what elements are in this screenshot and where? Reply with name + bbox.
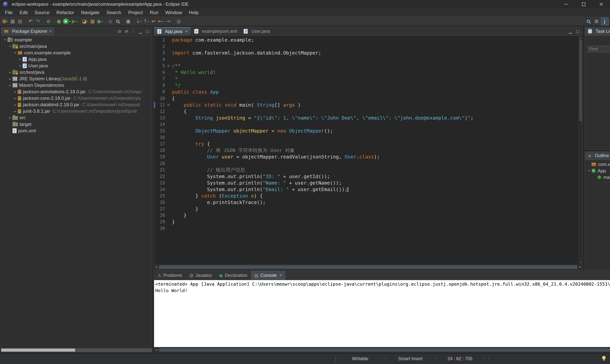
tree-item-user-java[interactable]: ▸JUser.java [1,63,152,69]
editor-vscrollbar[interactable]: ▲ ▼ [578,36,582,264]
console-output-area[interactable]: <terminated> App [Java Application] C:\U… [154,280,610,347]
outline-tree[interactable]: com.example.example▾Appmain(String[]) : … [585,160,610,269]
tree-item-src[interactable]: ▸src [1,114,152,121]
redo-button[interactable]: ↷ [34,18,41,25]
close-tab-icon[interactable]: × [280,273,282,278]
tree-item-example[interactable]: ▾example [1,37,152,43]
menu-navigate[interactable]: Navigate [78,9,103,17]
collapse-all-button[interactable]: ⊟ [116,28,123,35]
save-all-button[interactable]: ▦ [16,18,24,25]
tree-item-app-java[interactable]: ▸JApp.java [1,56,152,63]
minimize-window-button[interactable] [557,0,575,9]
expanded-arrow-icon[interactable]: ▾ [13,51,17,54]
task-list-view-tab[interactable]: Task List × [585,27,610,36]
open-perspective-button[interactable]: ⊞ [593,18,600,25]
java-perspective-button[interactable]: J [601,18,609,25]
tree-item-src-main-java[interactable]: ▾src/main/java [1,43,152,50]
tree-item-pom-xml[interactable]: xpom.xml [1,128,152,134]
new-java-project-button[interactable]: ◪▾ [81,18,89,25]
scroll-left-icon[interactable]: ◀ [155,347,157,352]
new-button[interactable]: ⊞▾ [1,18,9,25]
tree-item-jackson-databind-2-18-0-jar[interactable]: ▸jackson-databind-2.18.0.jar - C:\Users\… [1,102,152,108]
menu-run[interactable]: Run [146,9,162,17]
next-annotation-button[interactable]: ↓▾ [135,18,143,25]
menu-refactor[interactable]: Refactor [53,9,78,17]
expanded-arrow-icon[interactable]: ▾ [8,44,13,48]
collapsed-arrow-icon[interactable]: ▸ [18,64,23,67]
run-button[interactable]: ▶▾ [63,18,71,25]
tree-item-jackson-annotations-2-18-0-jar[interactable]: ▸jackson-annotations-2.18.0.jar - C:\Use… [1,89,152,95]
minimize-button[interactable]: ▁ [137,28,143,35]
editor-tab-user-java[interactable]: JUser.java [240,27,273,36]
package-explorer-view-tab[interactable]: Package Explorer × [1,27,55,36]
skip-all-breakpoints-button[interactable]: ⊘ [45,18,52,25]
view-tab-declaration[interactable]: ◉Declaration [216,271,251,280]
java-search-button[interactable] [114,18,121,25]
view-tab-problems[interactable]: ⚠Problems [154,271,186,280]
maximize-window-button[interactable] [575,0,592,9]
menu-edit[interactable]: Edit [16,9,31,17]
editor-code-area[interactable]: 1package com.example.example;23import co… [154,36,578,264]
maximize-editor-button[interactable]: □ [574,28,581,35]
expanded-arrow-icon[interactable]: ▾ [586,169,591,173]
editor-tab-pom-xml[interactable]: xexample/pom.xml [191,27,240,36]
collapsed-arrow-icon[interactable]: ▸ [18,57,23,61]
editor-tab-app-java[interactable]: JApp.java× [154,27,191,36]
outline-item-com-example-example[interactable]: com.example.example [585,161,610,168]
hscroll-thumb[interactable] [159,348,610,351]
menu-file[interactable]: File [1,9,16,17]
scroll-left-icon[interactable]: ◀ [155,264,157,269]
pin-editor-button[interactable]: ◎ [175,18,182,25]
close-window-button[interactable] [592,0,610,9]
collapsed-arrow-icon[interactable]: ▸ [8,83,13,87]
undo-button[interactable]: ↶ [27,18,34,25]
close-tab-icon[interactable]: × [185,29,187,34]
scroll-right-icon[interactable]: ▶ [579,264,581,269]
fold-marker-icon[interactable]: ⊖ [166,103,171,107]
statusbar-overflow-icon[interactable]: ⋮ [487,353,491,364]
new-java-package-button[interactable]: ▦ [89,18,96,25]
expanded-arrow-icon[interactable]: ▾ [3,38,7,41]
vscroll-thumb[interactable] [579,40,582,121]
maximize-button[interactable]: □ [144,28,151,35]
collapsed-arrow-icon[interactable]: ▸ [8,71,13,74]
menu-project[interactable]: Project [125,9,146,17]
menu-search[interactable]: Search [103,9,125,17]
previous-annotation-button[interactable]: ↑▾ [143,18,150,25]
tree-item-com-example-example[interactable]: ▾com.example.example [1,50,152,56]
last-edit-location-button[interactable]: ↩ [150,18,157,25]
menu-help[interactable]: Help [185,9,202,17]
fold-marker-icon[interactable]: ⊖ [166,64,171,67]
search-button[interactable] [585,18,592,25]
open-type-button[interactable]: ◇ [107,18,114,25]
minimize-editor-button[interactable]: ▁ [567,28,574,35]
tree-item-src-test-java[interactable]: ▸src/test/java [1,69,152,76]
debug-button[interactable]: ● [55,18,63,25]
back-button[interactable]: ←▾ [157,18,165,25]
menu-source[interactable]: Source [31,9,53,17]
open-task-button[interactable]: ▣ [125,18,132,25]
editor-hscrollbar[interactable]: ◀ ▶ [154,264,582,269]
notification-lightbulb-icon[interactable] [602,356,606,362]
view-tab-console[interactable]: ▤Console× [251,271,286,280]
view-tab-javadoc[interactable]: @Javadoc [186,271,216,280]
forward-button[interactable]: →▾ [165,18,172,25]
hscroll-thumb[interactable] [1,349,75,351]
scroll-up-icon[interactable]: ▲ [579,36,582,39]
close-view-icon[interactable]: × [49,29,52,34]
outline-item-app[interactable]: ▾App [585,168,610,174]
run-external-tools-button[interactable]: ▶▾ [71,18,78,25]
collapsed-arrow-icon[interactable]: ▸ [8,77,13,81]
collapsed-arrow-icon[interactable]: ▸ [8,116,13,119]
tree-item-junit-3-8-1-jar[interactable]: ▸junit-3.8.1.jar - C:\Users\meowr\.m2\re… [1,108,152,114]
collapsed-arrow-icon[interactable]: ▸ [13,96,17,100]
tree-item-target[interactable]: target [1,121,152,128]
tree-item-maven-dependencies[interactable]: ▸Maven Dependencies [1,82,152,89]
tree-item-jre-system-library[interactable]: ▸JRE System Library [JavaSE-1.8] [1,76,152,82]
package-explorer-tree[interactable]: ▾example▾src/main/java▾com.example.examp… [1,36,152,348]
outline-item-main-string-void[interactable]: main(String[]) : void [585,174,610,181]
outline-view-tab[interactable]: ≡ Outline × [585,152,610,160]
package-explorer-hscrollbar[interactable] [1,348,152,352]
collapsed-arrow-icon[interactable]: ▸ [13,109,17,113]
new-java-class-button[interactable]: ◉▾ [96,18,104,25]
